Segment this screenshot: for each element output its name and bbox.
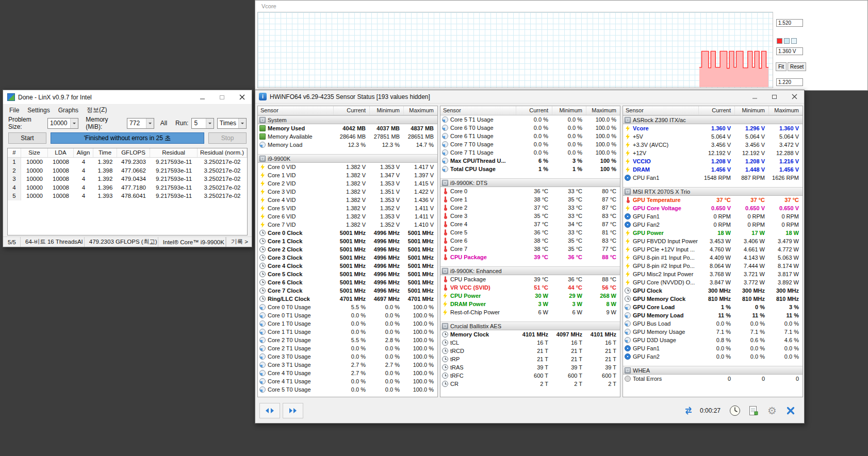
sensor-row[interactable]: Core 5 T0 Usage0.0 %0.0 %100.0 % [258,385,437,394]
legend-swatch-3[interactable] [791,38,797,44]
sensor-row[interactable]: GPU Core Load1 %0 %3 % [623,303,803,311]
sensor-row[interactable]: Core 536 °C33 °C81 °C [440,228,620,237]
sensor-row[interactable]: Memory Clock4101 MHz4097 MHz4101 MHz [440,330,620,339]
problem-size-select[interactable]: 10000 [47,118,78,129]
menu-item[interactable]: File [5,106,23,115]
sensor-row[interactable]: Core 6 Clock5001 MHz4996 MHz5001 MHz [258,278,437,286]
sensor-row[interactable]: Core 6 T0 Usage0.0 %0.0 %100.0 % [440,124,620,132]
sensor-row[interactable]: Core 3 VID1.382 V1.351 V1.422 V [258,188,437,196]
settings-button[interactable]: ⚙ [763,402,781,419]
sensor-row[interactable]: Total CPU Usage1 %1 %100 % [440,165,620,173]
sensor-row[interactable]: Core 0 T1 Usage0.0 %0.0 %100.0 % [258,311,437,319]
sensor-row[interactable]: Core 0 T0 Usage5.5 %0.0 %100.0 % [258,303,437,311]
column-header[interactable]: Residual (norm.) [198,148,247,157]
sensor-row[interactable]: Total Errors000 [623,375,803,383]
sensor-row[interactable]: Core 7 T1 Usage0.0 %0.0 %100.0 % [440,148,620,157]
sensor-row[interactable]: Core 0 VID1.382 V1.353 V1.417 V [258,163,437,171]
sensor-row[interactable]: GPU Core (NVVDD) O...3.847 W3.772 W3.892… [623,278,803,286]
column-header[interactable]: Align [74,148,93,157]
sensor-row[interactable]: +12V12.192 V12.192 V12.288 V [623,149,803,157]
sensor-row[interactable]: GPU FBVDD Input Power3.453 W3.406 W3.479… [623,237,803,245]
sensor-row[interactable]: GPU 8-pin #2 Input Po...8.064 W7.444 W8.… [623,262,803,270]
run-count-select[interactable]: 5 [191,118,214,129]
column-header[interactable]: Maximum [586,106,620,115]
sensor-row[interactable]: Core 4 T1 Usage0.0 %0.0 %100.0 % [258,377,437,385]
sensor-row[interactable]: Core 2 T0 Usage5.5 %2.8 %100.0 % [258,336,437,344]
sensor-row[interactable]: DRAM Power3 W3 W8 W [440,300,620,308]
result-row[interactable]: 2100001000841.398477.06629.217593e-113.2… [8,166,247,175]
sensor-row[interactable]: Core 4 Clock5001 MHz4996 MHz5001 MHz [258,262,437,270]
sensor-row[interactable]: CPU Fan11548 RPM887 RPM1626 RPM [623,174,803,182]
log-button[interactable]: 기록 > [226,237,252,247]
sensor-row[interactable]: Memory Available28646 MB27851 MB28651 MB [258,132,437,141]
sensor-row[interactable]: GPU Memory Usage7.1 %7.1 %7.1 % [623,328,803,336]
menu-item[interactable]: 정보(Z) [83,105,111,115]
sensor-row[interactable]: Core 036 °C33 °C80 °C [440,187,620,195]
start-button[interactable]: Start [8,132,46,144]
column-header[interactable]: Current [516,106,552,115]
sensor-group-header[interactable]: i9-9900K: DTS [440,178,620,187]
sensor-row[interactable]: Core 3 T0 Usage0.0 %0.0 %100.0 % [258,352,437,361]
sensor-row[interactable]: GPU Fan10.0 %0.0 %0.0 % [623,344,803,352]
column-header[interactable]: Residual [150,148,198,157]
column-header[interactable]: Sensor [258,106,333,115]
sensor-row[interactable]: GPU Core Voltage0.650 V0.650 V0.650 V [623,204,803,212]
column-header[interactable]: Time [93,148,117,157]
column-header[interactable]: Minimum [369,106,403,115]
sensor-row[interactable]: GPU Memory Load11 %11 %11 % [623,311,803,319]
memory-select[interactable]: 772 [127,118,154,129]
sensor-row[interactable]: Core 1 T0 Usage0.0 %0.0 %100.0 % [258,319,437,328]
sensor-row[interactable]: GPU Fan20 RPM0 RPM0 RPM [623,221,803,229]
sensor-row[interactable]: GPU Power18 W17 W18 W [623,229,803,237]
sensor-row[interactable]: Core 2 Clock5001 MHz4996 MHz5001 MHz [258,245,437,254]
sensor-row[interactable]: Core 7 VID1.382 V1.352 V1.410 V [258,221,437,229]
sensor-row[interactable]: CPU Package39 °C36 °C88 °C [440,253,620,261]
sensor-row[interactable]: GPU 8-pin #1 Input Po...4.409 W4.143 W5.… [623,254,803,262]
sensor-row[interactable]: GPU Memory Clock810 MHz810 MHz810 MHz [623,295,803,303]
close-sensors-button[interactable] [781,402,800,419]
run-unit-select[interactable]: Times [217,118,247,129]
sensor-row[interactable]: Core 3 T1 Usage2.7 %2.7 %100.0 % [258,361,437,369]
sensor-row[interactable]: Core 1 T1 Usage0.0 %0.0 %100.0 % [258,328,437,336]
column-header[interactable]: Size [21,148,48,157]
legend-swatch-2[interactable] [784,38,790,44]
hwinfo-titlebar[interactable]: i HWiNFO64 v6.29-4235 Sensor Status [193… [255,90,804,104]
linx-titlebar[interactable]: Done - LinX v0.9.7 for Intel [3,90,252,105]
sensor-row[interactable]: Rest-of-Chip Power6 W6 W9 W [440,308,620,316]
sensor-row[interactable]: Core 237 °C33 °C87 °C [440,204,620,212]
sensor-group-header[interactable]: WHEA [623,366,803,375]
column-header[interactable]: # [8,148,21,157]
sensor-row[interactable]: GPU Fan20.0 %0.0 %0.0 % [623,352,803,361]
sensor-row[interactable]: Core 4 T0 Usage2.7 %0.0 %100.0 % [258,369,437,377]
sensor-row[interactable]: Memory Used4042 MB4037 MB4837 MB [258,124,437,132]
sensor-row[interactable]: Core 4 VID1.382 V1.353 V1.436 V [258,196,437,204]
fit-button[interactable]: Fit [776,62,787,71]
sensor-row[interactable]: Vcore1.360 V1.296 V1.360 V [623,124,803,132]
sensor-row[interactable]: Core 638 °C35 °C83 °C [440,237,620,245]
sensor-row[interactable]: Core 335 °C33 °C83 °C [440,212,620,220]
sensor-row[interactable]: Core 2 T1 Usage0.0 %0.0 %100.0 % [258,344,437,352]
sensor-row[interactable]: VCCIO1.208 V1.208 V1.216 V [623,157,803,165]
sensor-row[interactable]: GPU Bus Load0.0 %0.0 %0.0 % [623,319,803,328]
column-header[interactable]: Sensor [440,106,516,115]
column-header[interactable]: Maximum [768,106,803,115]
report-button[interactable] [744,402,763,419]
maximize-icon[interactable] [212,90,232,104]
sensor-row[interactable]: Core 6 VID1.382 V1.353 V1.411 V [258,212,437,221]
result-row[interactable]: 3100001000841.392479.04349.217593e-113.2… [8,175,247,183]
sensor-row[interactable]: Core 5 T1 Usage0.0 %0.0 %100.0 % [440,115,620,124]
sensor-row[interactable]: VR VCC (SVID)51 °C44 °C56 °C [440,283,620,292]
column-header[interactable]: Current [333,106,369,115]
sensor-row[interactable]: Memory Load12.3 %12.3 %14.7 % [258,141,437,149]
sensor-group-header[interactable]: i9-9900K: Enhanced [440,266,620,275]
sensor-group-header[interactable]: System [258,115,437,124]
result-row[interactable]: 1100001000841.392479.23039.217593e-113.2… [8,158,247,166]
sensor-row[interactable]: GPU Temperature37 °C37 °C37 °C [623,196,803,204]
column-header[interactable]: Maximum [403,106,437,115]
sensor-row[interactable]: DRAM1.456 V1.448 V1.456 V [623,165,803,174]
sensor-row[interactable]: Core 5 VID1.382 V1.352 V1.411 V [258,204,437,212]
minimize-icon[interactable] [193,90,212,104]
sensor-row[interactable]: Core 738 °C35 °C77 °C [440,245,620,253]
sensor-row[interactable]: Max CPU/Thread U...6 %3 %100 % [440,157,620,165]
column-header[interactable]: GFLOPS [117,148,150,157]
